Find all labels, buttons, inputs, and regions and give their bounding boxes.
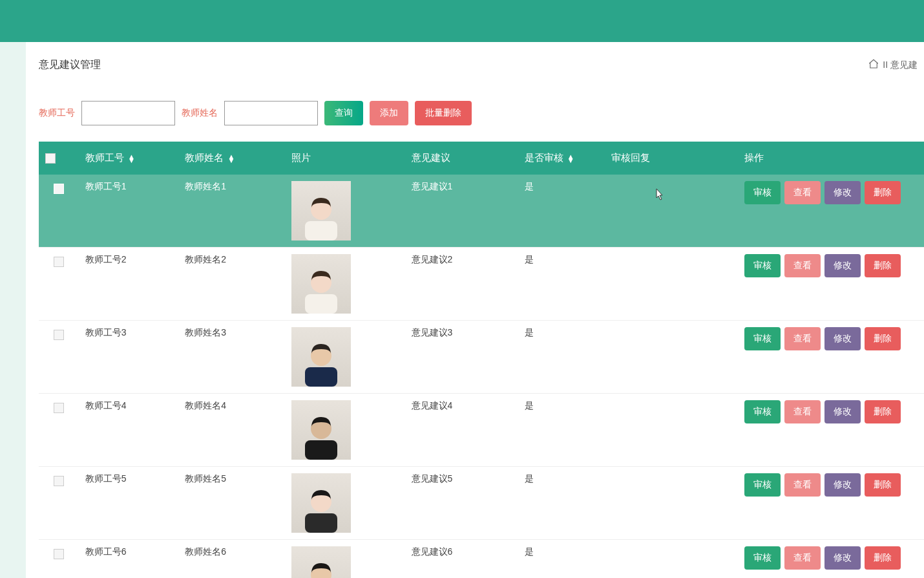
- cell-is-audit: 是: [518, 248, 605, 321]
- sort-icon: ▲▼: [128, 155, 135, 162]
- top-header-bar: [0, 0, 924, 42]
- teacher-photo: [291, 327, 351, 387]
- header-suggestion: 意见建议: [405, 142, 518, 175]
- svg-rect-4: [305, 367, 337, 387]
- teacher-id-input[interactable]: [81, 101, 175, 125]
- edit-button[interactable]: 修改: [824, 254, 861, 277]
- home-icon[interactable]: [868, 58, 879, 72]
- cell-teacher-id: 教师工号3: [79, 321, 179, 394]
- row-checkbox[interactable]: [54, 476, 64, 486]
- teacher-photo: [291, 254, 351, 314]
- cell-teacher-id: 教师工号6: [79, 540, 179, 579]
- add-button[interactable]: 添加: [370, 101, 408, 125]
- cell-photo: [285, 467, 404, 540]
- batch-delete-button[interactable]: 批量删除: [415, 101, 472, 125]
- table-row[interactable]: 教师工号5 教师姓名5 意见建议5 是 审核 查看 修改 删除: [39, 467, 924, 540]
- cell-teacher-name: 教师姓名6: [178, 540, 285, 579]
- audit-button[interactable]: 审核: [744, 546, 781, 570]
- row-checkbox-cell: [39, 175, 79, 248]
- cell-suggestion: 意见建议5: [405, 467, 518, 540]
- delete-button[interactable]: 删除: [865, 254, 901, 277]
- cell-photo: [285, 321, 404, 394]
- edit-button[interactable]: 修改: [824, 473, 861, 497]
- row-checkbox[interactable]: [54, 549, 64, 559]
- row-checkbox[interactable]: [54, 330, 64, 340]
- cell-is-audit: 是: [518, 175, 605, 248]
- row-checkbox[interactable]: [54, 403, 64, 413]
- teacher-name-input[interactable]: [224, 101, 318, 125]
- cell-action: 审核 查看 修改 删除: [738, 248, 924, 321]
- audit-button[interactable]: 审核: [744, 327, 781, 350]
- view-button[interactable]: 查看: [784, 400, 821, 423]
- table-row[interactable]: 教师工号2 教师姓名2 意见建议2 是 审核 查看 修改 删除: [39, 248, 924, 321]
- audit-button[interactable]: 审核: [744, 473, 781, 497]
- teacher-photo: [291, 473, 351, 533]
- data-table: 教师工号 ▲▼ 教师姓名 ▲▼ 照片 意见建议 是否审核 ▲▼ 审核回复 操作: [39, 142, 924, 578]
- cell-teacher-id: 教师工号2: [79, 248, 179, 321]
- audit-button[interactable]: 审核: [744, 181, 781, 204]
- table-row[interactable]: 教师工号3 教师姓名3 意见建议3 是 审核 查看 修改 删除: [39, 321, 924, 394]
- cell-is-audit: 是: [518, 321, 605, 394]
- row-checkbox-cell: [39, 540, 79, 579]
- query-button[interactable]: 查询: [324, 101, 363, 125]
- row-checkbox-cell: [39, 394, 79, 467]
- row-checkbox-cell: [39, 248, 79, 321]
- header-checkbox-cell: [39, 142, 79, 175]
- view-button[interactable]: 查看: [784, 254, 821, 277]
- cell-audit-reply: [605, 321, 738, 394]
- header-is-audit[interactable]: 是否审核 ▲▼: [518, 142, 605, 175]
- cell-photo: [285, 248, 404, 321]
- delete-button[interactable]: 删除: [865, 473, 901, 497]
- table-row[interactable]: 教师工号4 教师姓名4 意见建议4 是 审核 查看 修改 删除: [39, 394, 924, 467]
- svg-rect-8: [305, 513, 337, 533]
- page-title: 意见建议管理: [39, 58, 101, 72]
- cell-action: 审核 查看 修改 删除: [738, 540, 924, 579]
- header-teacher-id-label: 教师工号: [85, 152, 124, 163]
- cell-action: 审核 查看 修改 删除: [738, 175, 924, 248]
- table-header-row: 教师工号 ▲▼ 教师姓名 ▲▼ 照片 意见建议 是否审核 ▲▼ 审核回复 操作: [39, 142, 924, 175]
- view-button[interactable]: 查看: [784, 181, 821, 204]
- filter-bar: 教师工号 教师姓名 查询 添加 批量删除: [39, 88, 924, 142]
- audit-button[interactable]: 审核: [744, 400, 781, 423]
- cell-photo: [285, 540, 404, 579]
- teacher-photo: [291, 400, 351, 460]
- cell-teacher-id: 教师工号4: [79, 394, 179, 467]
- cell-photo: [285, 394, 404, 467]
- cell-teacher-name: 教师姓名2: [178, 248, 285, 321]
- delete-button[interactable]: 删除: [865, 400, 901, 423]
- table-row[interactable]: 教师工号6 教师姓名6 意见建议6 是 审核 查看 修改 删除: [39, 540, 924, 579]
- row-checkbox[interactable]: [54, 257, 64, 267]
- main-container: 意见建议管理 II 意见建 教师工号 教师姓名 查询 添加 批量删除 教师工号 …: [26, 42, 924, 578]
- cell-audit-reply: [605, 248, 738, 321]
- row-checkbox[interactable]: [54, 184, 64, 194]
- cell-action: 审核 查看 修改 删除: [738, 467, 924, 540]
- cell-audit-reply: [605, 467, 738, 540]
- cell-audit-reply: [605, 175, 738, 248]
- delete-button[interactable]: 删除: [865, 327, 901, 350]
- cell-teacher-id: 教师工号5: [79, 467, 179, 540]
- delete-button[interactable]: 删除: [865, 546, 901, 570]
- cell-suggestion: 意见建议1: [405, 175, 518, 248]
- sort-icon: ▲▼: [567, 155, 574, 162]
- view-button[interactable]: 查看: [784, 473, 821, 497]
- header-teacher-name[interactable]: 教师姓名 ▲▼: [178, 142, 285, 175]
- edit-button[interactable]: 修改: [824, 327, 861, 350]
- audit-button[interactable]: 审核: [744, 254, 781, 277]
- edit-button[interactable]: 修改: [824, 400, 861, 423]
- table-row[interactable]: 教师工号1 教师姓名1 意见建议1 是 审核 查看 修改 删除: [39, 175, 924, 248]
- view-button[interactable]: 查看: [784, 327, 821, 350]
- header-teacher-name-label: 教师姓名: [185, 152, 224, 163]
- cell-teacher-name: 教师姓名3: [178, 321, 285, 394]
- svg-rect-2: [305, 294, 337, 314]
- delete-button[interactable]: 删除: [865, 181, 901, 204]
- select-all-checkbox[interactable]: [45, 153, 56, 164]
- breadcrumb-text: II 意见建: [883, 59, 918, 71]
- header-teacher-id[interactable]: 教师工号 ▲▼: [79, 142, 179, 175]
- cell-teacher-name: 教师姓名4: [178, 394, 285, 467]
- svg-rect-0: [305, 221, 337, 241]
- edit-button[interactable]: 修改: [824, 546, 861, 570]
- view-button[interactable]: 查看: [784, 546, 821, 570]
- cell-suggestion: 意见建议3: [405, 321, 518, 394]
- cell-is-audit: 是: [518, 394, 605, 467]
- edit-button[interactable]: 修改: [824, 181, 861, 204]
